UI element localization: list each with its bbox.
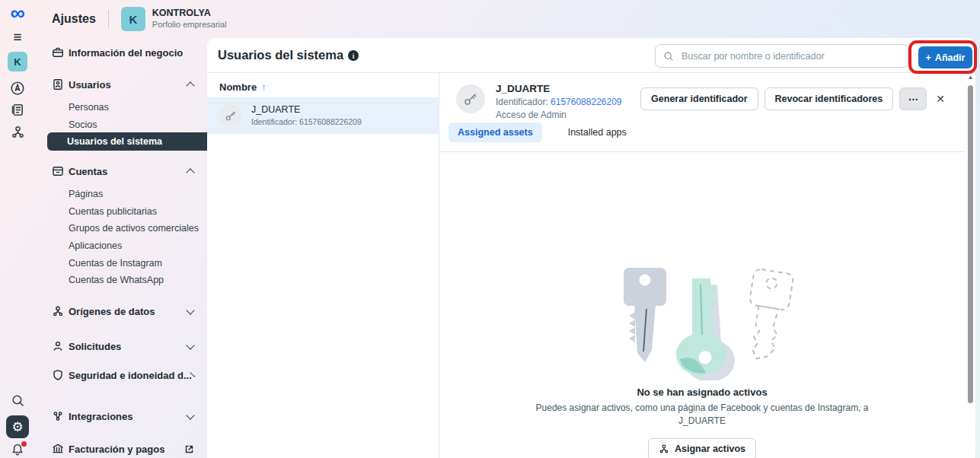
sidebar-item-label: Seguridad e idoneidad d... — [69, 370, 192, 381]
detail-user-id: Identificador: 61576088226209 — [496, 97, 622, 107]
data-sources-rail-icon[interactable] — [0, 125, 35, 139]
business-switcher[interactable]: KONTROLYA Porfolio empresarial — [152, 8, 227, 30]
main-card: Usuarios del sistema i + Añadir Nombre ↑ — [207, 38, 975, 458]
add-button-label: Añadir — [935, 52, 966, 63]
more-options-button[interactable]: ⋯ — [899, 87, 927, 110]
id-badge-icon — [52, 78, 64, 91]
tabs-divider — [439, 151, 965, 152]
vertical-scrollbar[interactable]: ▲ — [966, 72, 975, 458]
sidebar-item-cuentas[interactable]: Cuentas — [52, 163, 193, 180]
sidebar-item-label: Facturación y pagos — [69, 444, 164, 455]
avatar: K — [8, 52, 27, 72]
sidebar-item-informacion-del-negocio[interactable]: Información del negocio — [52, 44, 193, 61]
assign-assets-icon — [659, 444, 669, 454]
detail-tabs: Assigned assets Installed apps — [449, 122, 636, 142]
empty-state-title: No se han asignado activos — [637, 386, 767, 398]
ads-manager-icon[interactable] — [0, 81, 35, 96]
sidebar-item-solicitudes[interactable]: Solicitudes — [52, 338, 193, 355]
sidebar-item-seguridad[interactable]: Seguridad e idoneidad d... — [52, 367, 193, 383]
hamburger-glyph: ≡ — [13, 31, 21, 43]
divider — [108, 10, 109, 28]
sidebar-item-label: Integraciones — [69, 411, 133, 422]
chevron-down-icon[interactable] — [186, 341, 194, 349]
archive-icon — [52, 165, 64, 177]
sidebar-item-label: Aplicaciones — [69, 240, 122, 251]
sidebar-item-socios[interactable]: Socios — [69, 117, 177, 132]
bank-icon — [52, 443, 64, 455]
tab-installed-apps[interactable]: Installed apps — [559, 122, 636, 142]
sidebar-item-cuentas-publicitarias[interactable]: Cuentas publicitarias — [69, 204, 177, 219]
sidebar-item-label: Personas — [69, 102, 109, 113]
chevron-up-icon[interactable] — [186, 81, 194, 90]
user-detail-panel: J_DUARTE Identificador: 61576088226209 A… — [439, 72, 965, 458]
sidebar-item-aplicaciones[interactable]: Aplicaciones — [69, 238, 177, 253]
card-header: Usuarios del sistema i + Añadir — [207, 38, 975, 73]
key-icon — [225, 110, 237, 122]
topbar: Ajustes K KONTROLYA Porfolio empresarial — [35, 0, 227, 38]
billing-icon[interactable] — [0, 103, 35, 117]
business-avatar-rail[interactable]: K — [0, 52, 35, 72]
close-icon[interactable]: ✕ — [933, 93, 948, 105]
sidebar-item-label: Socios — [69, 119, 97, 130]
sidebar-item-usuarios-del-sistema[interactable]: Usuarios del sistema — [47, 132, 213, 151]
chevron-down-icon[interactable] — [186, 411, 194, 419]
sidebar-item-label: Orígenes de datos — [69, 306, 155, 317]
settings-gear-icon[interactable]: ⚙ — [6, 415, 29, 438]
app-title: Ajustes — [52, 12, 96, 26]
settings-sidebar: Información del negocio Usuarios Persona… — [35, 38, 207, 458]
sidebar-item-personas[interactable]: Personas — [69, 100, 177, 115]
row-text: J_DUARTE Identificador: 61576088226209 — [251, 103, 362, 127]
briefcase-icon — [52, 46, 64, 59]
empty-state: No se han asignado activos Puedes asigna… — [439, 266, 965, 458]
sidebar-item-label: Cuentas — [69, 166, 107, 177]
sidebar-item-label: Grupos de activos comerciales — [69, 223, 199, 234]
person-icon — [52, 340, 64, 352]
table-row[interactable]: J_DUARTE Identificador: 61576088226209 — [207, 97, 439, 134]
sidebar-item-label: Páginas — [69, 189, 103, 199]
scrollbar-thumb[interactable] — [968, 85, 973, 403]
sidebar-item-label: Usuarios del sistema — [67, 136, 162, 147]
key-avatar — [219, 104, 242, 127]
sidebar-item-paginas[interactable]: Páginas — [69, 186, 177, 202]
business-name: KONTROLYA — [152, 8, 227, 20]
shield-icon — [52, 369, 64, 381]
plus-icon: + — [926, 52, 931, 63]
app-window: ∞ ≡ K ⚙ Ajustes K KONTROLYA Porfolio e — [0, 0, 980, 458]
sidebar-item-cuentas-instagram[interactable]: Cuentas de Instagram — [69, 256, 177, 271]
sidebar-item-cuentas-whatsapp[interactable]: Cuentas de WhatsApp — [69, 272, 177, 288]
key-avatar-large — [456, 84, 485, 113]
notifications-bell-icon[interactable] — [0, 443, 35, 456]
external-link-icon — [185, 445, 193, 453]
sidebar-item-grupos-activos[interactable]: Grupos de activos comerciales — [69, 221, 177, 236]
sidebar-item-facturacion-y-pagos[interactable]: Facturación y pagos — [52, 441, 193, 457]
list-header[interactable]: Nombre ↑ — [207, 72, 439, 97]
business-avatar[interactable]: K — [121, 7, 145, 31]
sidebar-item-integraciones[interactable]: Integraciones — [52, 408, 193, 425]
revoke-ids-button[interactable]: Revocar identificadores — [765, 87, 894, 110]
user-id: Identificador: 61576088226209 — [251, 116, 362, 127]
search-input[interactable] — [680, 50, 900, 62]
sidebar-item-label: Solicitudes — [69, 341, 121, 352]
sidebar-item-origenes-de-datos[interactable]: Orígenes de datos — [52, 303, 193, 320]
info-icon[interactable]: i — [348, 50, 359, 61]
key-icon — [463, 91, 478, 107]
generate-id-button[interactable]: Generar identificador — [640, 87, 758, 110]
search-icon[interactable] — [0, 393, 35, 408]
assign-assets-button[interactable]: Asignar activos — [648, 438, 756, 458]
meta-logo-icon[interactable]: ∞ — [0, 5, 35, 21]
data-sources-icon — [52, 305, 64, 317]
id-value-link[interactable]: 61576088226209 — [551, 97, 621, 107]
chevron-up-icon[interactable] — [186, 168, 194, 177]
menu-icon[interactable]: ≡ — [0, 31, 35, 43]
sidebar-item-usuarios[interactable]: Usuarios — [52, 76, 193, 93]
add-button[interactable]: + Añadir — [918, 46, 972, 68]
infinity-glyph: ∞ — [10, 5, 24, 21]
tab-assigned-assets[interactable]: Assigned assets — [449, 122, 542, 142]
scroll-up-arrow[interactable]: ▲ — [966, 72, 975, 83]
notification-badge — [21, 441, 27, 447]
chevron-down-icon[interactable] — [186, 306, 194, 314]
bell-wrap — [11, 443, 24, 456]
sidebar-item-label: Usuarios — [69, 79, 111, 91]
empty-desc-line2: J_DUARTE — [678, 415, 726, 426]
sort-ascending-icon: ↑ — [261, 82, 266, 93]
